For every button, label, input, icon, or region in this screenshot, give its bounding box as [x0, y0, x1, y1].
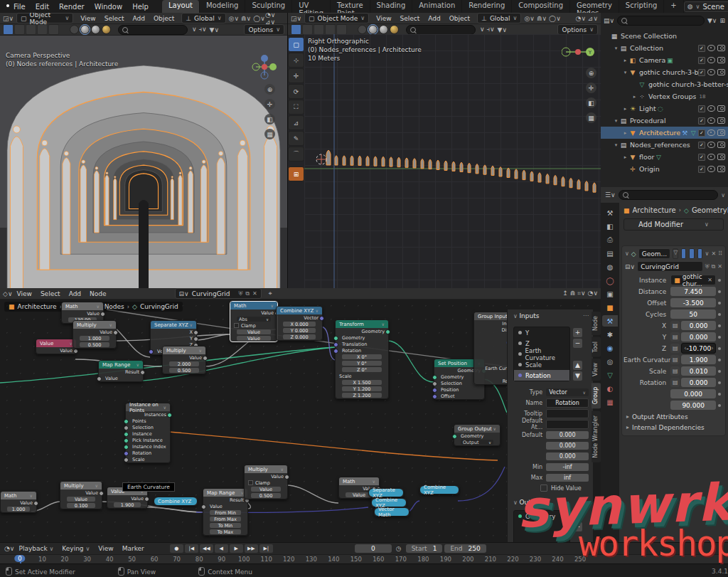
menu-window[interactable]: Window — [90, 3, 127, 11]
menu-object[interactable]: Object — [149, 15, 178, 22]
solid-shading[interactable] — [80, 25, 90, 34]
hide-eye-icon[interactable] — [707, 105, 715, 112]
grid-toggle-icon[interactable]: ▦ — [264, 129, 275, 139]
workspace-tab-compositing[interactable]: Compositing — [512, 0, 570, 13]
solid-shading[interactable] — [368, 25, 378, 34]
menu-object[interactable]: Object — [445, 15, 474, 22]
wireframe-shading[interactable] — [70, 25, 79, 34]
tweak-tool[interactable] — [291, 24, 301, 35]
cursor-tool[interactable] — [48, 24, 59, 35]
measure-tool[interactable]: ⌒ — [288, 147, 304, 162]
value-slider[interactable]: 0.000 — [681, 378, 716, 387]
menu-view[interactable]: View — [76, 15, 100, 22]
value-slider[interactable]: 50 — [670, 309, 716, 319]
workspace-tab-modeling[interactable]: Modeling — [200, 0, 246, 13]
timeline-menu-marker[interactable]: Marker — [118, 545, 149, 552]
camera-view-icon[interactable]: ◧ — [264, 114, 275, 125]
pivot-icon[interactable]: ◎∨ — [229, 15, 239, 22]
editor-type-icon[interactable]: ◲∨ — [3, 15, 14, 22]
outliner-item-scene-collection[interactable]: ▦Scene Collection — [601, 30, 728, 42]
select-box-tool[interactable]: ▢ — [288, 37, 304, 52]
disable-render-icon[interactable] — [717, 166, 725, 172]
jump-start-button[interactable]: |◀ — [185, 544, 198, 553]
input-attribute-toggle[interactable]: ▤ — [670, 366, 680, 376]
sidebar-tab-group[interactable]: Group — [592, 383, 601, 408]
show-render-toggle[interactable] — [697, 248, 702, 259]
menu-add[interactable]: Add — [128, 15, 149, 22]
new-collection-icon[interactable]: ⊞ — [719, 17, 725, 24]
value-slider[interactable]: 0.000 — [681, 332, 716, 342]
outliner-item-procedural[interactable]: ▾▤Procedural✓ — [601, 115, 728, 127]
nav-gizmo[interactable]: Y — [562, 41, 594, 64]
grid-toggle-icon[interactable]: ▦ — [586, 112, 596, 123]
mode-selector[interactable]: ▢Object Mode∨ — [304, 13, 369, 23]
pivot-icon[interactable]: ◎∨ — [524, 15, 534, 22]
properties-tab-11[interactable]: ◎ — [602, 356, 618, 367]
move-up-button[interactable]: ▲ — [573, 361, 582, 370]
annotate-tool[interactable]: ✎ — [288, 131, 304, 146]
chevron-down-icon[interactable]: ∨ — [721, 192, 725, 198]
instance-object-field[interactable]: ■gothic chur...✕ — [670, 275, 716, 285]
viewport-search[interactable] — [406, 25, 476, 35]
overlays-icon[interactable]: ◔∨ ⊿∨ — [576, 15, 598, 22]
outliner-item-vertex-groups[interactable]: ▸⁘Vertex Groups18 — [601, 90, 728, 102]
zoom-icon[interactable]: ⊕ — [586, 68, 596, 78]
animate-dot[interactable] — [718, 393, 721, 396]
properties-tab-5[interactable]: ◯ — [602, 275, 618, 286]
scene-selector[interactable]: ◍ ∨ Scene ⌖ ⧉ ✕ — [684, 1, 728, 12]
animate-dot[interactable] — [718, 404, 721, 407]
exclude-checkbox[interactable]: ✓ — [698, 166, 705, 173]
properties-tab-1[interactable]: ◧ — [602, 221, 618, 232]
input-attribute-toggle[interactable]: ▤ — [670, 321, 680, 330]
exclude-checkbox[interactable]: ✓ — [698, 45, 705, 52]
animate-dot[interactable] — [718, 347, 721, 350]
input-item-rotation[interactable]: Rotation — [514, 370, 569, 381]
cursor-tool[interactable] — [336, 24, 347, 35]
editor-type-icon[interactable]: ◔∨ — [4, 545, 14, 552]
outliner-display-mode-icon[interactable]: ▤∨ — [604, 17, 614, 24]
menu-render[interactable]: Render — [54, 3, 90, 11]
hide-eye-icon[interactable] — [707, 129, 715, 136]
transform-tool[interactable]: ⊿ — [288, 115, 304, 130]
disable-render-icon[interactable] — [717, 69, 725, 75]
geometry-node-editor[interactable]: ◇∨ViewSelectAddNode ⊟∨CurvingGrid ⛨ ⧉ ✕ … — [0, 288, 601, 542]
breadcrumb-object[interactable]: Architecture — [633, 206, 676, 214]
collapse-icon[interactable]: ∨ — [625, 250, 629, 257]
properties-tab-4[interactable]: ◍ — [602, 261, 618, 272]
field-value[interactable]: 0.000 — [546, 442, 589, 450]
filter-icon[interactable]: ▼∨ — [210, 26, 220, 33]
editor-type-icon[interactable]: ◇∨ — [3, 290, 13, 297]
value-slider[interactable]: 0.000 — [681, 321, 716, 330]
sidebar-tab-node-wrangler[interactable]: Node Wrangler — [592, 411, 601, 462]
hide-eye-icon[interactable] — [707, 117, 715, 124]
disable-render-icon[interactable] — [717, 142, 725, 148]
remove-input-button[interactable]: − — [573, 339, 582, 348]
filter-icon[interactable]: ▼∨ — [498, 26, 508, 33]
workspace-tab-geometry-nodes[interactable]: Geometry Nodes — [570, 0, 619, 13]
new-node-group-icon[interactable]: ⧉ — [712, 263, 716, 270]
menu-node[interactable]: Node — [85, 290, 111, 297]
select-lasso-tool[interactable] — [325, 24, 336, 35]
node-tree-selector[interactable]: ⊟∨CurvingGrid ⛨ ⧉ ✕ — [175, 288, 262, 299]
workspace-tab-+[interactable]: + — [664, 0, 683, 13]
node-transform[interactable]: Transform∨GeometryGeometryTranslationRot… — [335, 319, 389, 399]
menu-help[interactable]: Help — [127, 3, 154, 11]
input-attribute-toggle[interactable]: ▤ — [670, 332, 680, 342]
outliner-item-architecture[interactable]: ▸▼Architecture⚒▽✓ — [601, 127, 728, 139]
properties-tab-8[interactable]: ⚒ — [602, 315, 618, 327]
panel-output-attributes[interactable]: ▸Output Attributes — [622, 411, 725, 422]
copy-icon[interactable]: ⧉ — [245, 290, 250, 297]
fake-user-icon[interactable]: ⛨ — [238, 290, 242, 297]
input-item-y[interactable]: Y — [514, 327, 569, 338]
gizmo-dropdown-icon[interactable]: ∨ ⫞∨ — [480, 26, 495, 33]
properties-tab-10[interactable]: ◉ — [602, 342, 618, 354]
disable-render-icon[interactable] — [717, 154, 725, 160]
properties-tab-13[interactable]: ◐ — [602, 383, 618, 394]
animate-dot[interactable] — [718, 290, 721, 293]
workspace-tab-uv-editing[interactable]: UV Editing — [292, 0, 331, 13]
value-slider[interactable]: ‹-10.700› — [681, 343, 716, 354]
properties-tab-12[interactable]: ▽ — [602, 369, 618, 381]
properties-tab-7[interactable]: ■ — [602, 302, 618, 313]
animate-dot[interactable] — [718, 302, 721, 305]
nav-gizmo[interactable] — [250, 53, 279, 83]
